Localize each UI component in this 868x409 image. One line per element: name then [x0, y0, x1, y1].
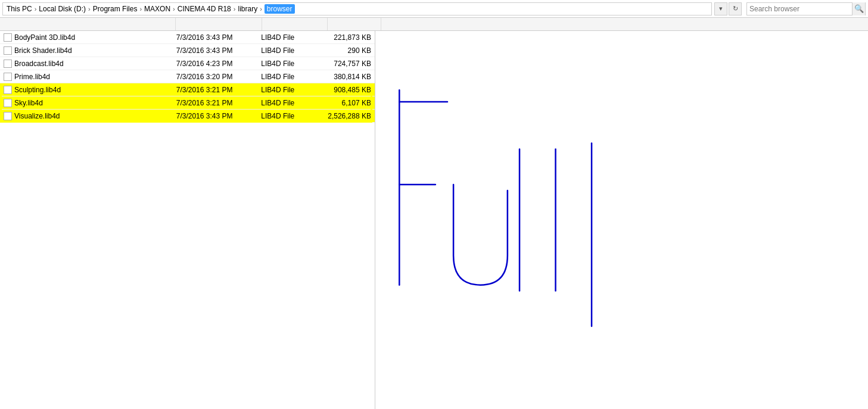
file-icon: [4, 33, 12, 42]
breadcrumb-separator: ›: [88, 5, 91, 13]
file-date: 7/3/2016 3:21 PM: [173, 86, 258, 94]
table-row[interactable]: Sky.lib4d7/3/2016 3:21 PMLIB4D File6,107…: [0, 96, 375, 110]
breadcrumb-separator: ›: [173, 5, 175, 13]
file-date: 7/3/2016 3:43 PM: [173, 46, 258, 55]
refresh-button[interactable]: ↻: [729, 2, 742, 15]
file-size: 2,526,288 KB: [322, 112, 375, 120]
file-type: LIB4D File: [257, 112, 322, 120]
file-type: LIB4D File: [257, 73, 322, 81]
file-type: LIB4D File: [257, 46, 322, 55]
content-area: BodyPaint 3D.lib4d7/3/2016 3:43 PMLIB4D …: [0, 31, 868, 409]
file-size: 290 KB: [322, 46, 375, 55]
search-input[interactable]: [747, 5, 852, 13]
table-row[interactable]: Broadcast.lib4d7/3/2016 4:23 PMLIB4D Fil…: [0, 57, 375, 70]
file-icon: [4, 86, 12, 94]
file-name: Sky.lib4d: [14, 99, 43, 107]
file-date: 7/3/2016 4:23 PM: [173, 60, 258, 68]
main-container: BodyPaint 3D.lib4d7/3/2016 3:43 PMLIB4D …: [0, 18, 868, 409]
file-type: LIB4D File: [257, 99, 322, 107]
file-name-cell: Visualize.lib4d: [0, 112, 173, 120]
drawing-area: [375, 31, 868, 409]
file-name-cell: Brick Shader.lib4d: [0, 46, 173, 55]
column-headers: [0, 18, 868, 31]
file-type: LIB4D File: [257, 33, 322, 42]
file-size: 724,757 KB: [322, 60, 375, 68]
file-size: 221,873 KB: [322, 33, 375, 42]
file-name-cell: Sky.lib4d: [0, 99, 173, 107]
breadcrumb-separator: ›: [260, 5, 262, 13]
file-date: 7/3/2016 3:43 PM: [173, 33, 258, 42]
file-name-cell: Broadcast.lib4d: [0, 60, 173, 68]
breadcrumb-item-local-disk[interactable]: Local Disk (D:): [39, 5, 86, 13]
file-name: Prime.lib4d: [14, 73, 50, 81]
date-column-header[interactable]: [176, 18, 262, 30]
table-row[interactable]: Visualize.lib4d7/3/2016 3:43 PMLIB4D Fil…: [0, 110, 375, 123]
breadcrumb-path: This PC › Local Disk (D:) › Program File…: [2, 2, 712, 15]
search-button[interactable]: 🔍: [852, 2, 865, 15]
annotation-drawing: [375, 31, 868, 409]
breadcrumb-separator: ›: [234, 5, 236, 13]
table-row[interactable]: Brick Shader.lib4d7/3/2016 3:43 PMLIB4D …: [0, 44, 375, 57]
file-list-panel: BodyPaint 3D.lib4d7/3/2016 3:43 PMLIB4D …: [0, 31, 375, 409]
file-name: Visualize.lib4d: [14, 112, 60, 120]
file-name: BodyPaint 3D.lib4d: [14, 33, 75, 42]
file-name: Brick Shader.lib4d: [14, 46, 72, 55]
table-row[interactable]: BodyPaint 3D.lib4d7/3/2016 3:43 PMLIB4D …: [0, 31, 375, 44]
type-column-header[interactable]: [262, 18, 328, 30]
dropdown-button[interactable]: ▾: [714, 2, 727, 15]
search-box: 🔍: [746, 2, 866, 15]
file-name: Broadcast.lib4d: [14, 60, 64, 68]
file-type: LIB4D File: [257, 60, 322, 68]
file-list: BodyPaint 3D.lib4d7/3/2016 3:43 PMLIB4D …: [0, 31, 375, 123]
breadcrumb-item-program-files[interactable]: Program Files: [93, 5, 138, 13]
breadcrumb-item-cinema4d[interactable]: CINEMA 4D R18: [178, 5, 231, 13]
file-size: 6,107 KB: [322, 99, 375, 107]
file-icon: [4, 60, 12, 68]
breadcrumb-item-library[interactable]: library: [238, 5, 257, 13]
file-date: 7/3/2016 3:21 PM: [173, 99, 258, 107]
file-icon: [4, 73, 12, 81]
file-size: 380,814 KB: [322, 73, 375, 81]
file-name-cell: Prime.lib4d: [0, 73, 173, 81]
address-controls: ▾ ↻: [714, 2, 742, 15]
file-date: 7/3/2016 3:20 PM: [173, 73, 258, 81]
file-date: 7/3/2016 3:43 PM: [173, 112, 258, 120]
breadcrumb-item-maxon[interactable]: MAXON: [144, 5, 170, 13]
size-column-header[interactable]: [328, 18, 381, 30]
file-icon: [4, 99, 12, 107]
table-row[interactable]: Sculpting.lib4d7/3/2016 3:21 PMLIB4D Fil…: [0, 83, 375, 96]
file-icon: [4, 46, 12, 55]
address-bar: This PC › Local Disk (D:) › Program File…: [0, 0, 868, 18]
breadcrumb-separator: ›: [35, 5, 37, 13]
file-name-cell: BodyPaint 3D.lib4d: [0, 33, 173, 42]
file-icon: [4, 112, 12, 120]
file-size: 908,485 KB: [322, 86, 375, 94]
file-name-cell: Sculpting.lib4d: [0, 86, 173, 94]
file-name: Sculpting.lib4d: [14, 86, 61, 94]
breadcrumb-separator: ›: [139, 5, 142, 13]
breadcrumb-item-browser[interactable]: browser: [265, 4, 295, 14]
breadcrumb-item-this-pc[interactable]: This PC: [7, 5, 32, 13]
name-column-header[interactable]: [0, 18, 176, 30]
table-row[interactable]: Prime.lib4d7/3/2016 3:20 PMLIB4D File380…: [0, 70, 375, 83]
file-type: LIB4D File: [257, 86, 322, 94]
